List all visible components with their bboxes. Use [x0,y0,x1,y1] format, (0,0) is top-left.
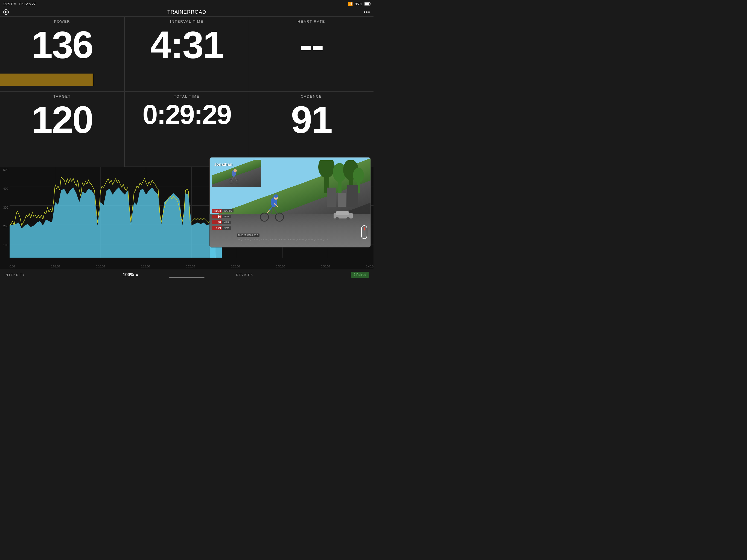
svg-point-16 [318,160,335,178]
target-value: 120 [31,101,93,139]
chart-y-labels: 500 400 300 200 100 [0,167,9,263]
wifi-icon: 📶 [348,2,353,6]
intensity-label: INTENSITY [4,273,25,276]
pause-button[interactable] [3,9,9,15]
pause-bar-left [5,11,6,14]
inset-video: Jonathan [212,160,261,187]
svg-point-38 [274,195,278,198]
x-label-35: 0:35:00 [321,265,330,268]
chevron-up-icon [136,274,138,276]
scroll-dot [364,227,365,230]
home-indicator [169,277,205,278]
video-overlay: Jonathan 1004 WATTS 36 MPH 58 KPH 179 BP… [209,157,371,248]
target-label: TARGET [53,94,71,98]
stat-mph-row: 36 MPH [212,214,233,219]
stats-overlay: 1004 WATTS 36 MPH 58 KPH 179 BPM [212,208,233,231]
car-svg [332,209,354,220]
y-label-200: 200 [0,225,9,228]
status-left: 2:39 PM Fri Sep 27 [3,2,35,6]
pause-bar-right [6,11,7,14]
stat-mph-unit: MPH [222,215,231,218]
svg-rect-23 [327,187,336,207]
metric-interval-time: INTERVAL TIME 4:31 [124,17,249,92]
stat-watts-value: 1004 [212,209,222,213]
intensity-section: INTENSITY [4,273,25,276]
svg-rect-24 [338,193,346,207]
x-label-30: 0:30:00 [276,265,285,268]
svg-rect-27 [336,211,349,215]
intensity-value-display[interactable]: 100% [123,272,138,277]
x-label-40: 0:40:0 [366,265,374,268]
total-time-value: 0:29:29 [143,101,231,128]
x-label-5: 0:05:00 [51,265,60,268]
x-labels: 0:00 0:05:00 0:10:00 0:15:00 0:20:00 0:2… [9,263,374,269]
metric-cadence: CADENCE 91 [249,92,374,167]
y-label-100: 100 [0,244,9,247]
power-bar [0,74,93,86]
more-button[interactable] [364,11,370,13]
time-display: 2:39 PM [3,2,17,6]
bottom-bar: INTENSITY 100% DEVICES 2 Paired [0,269,374,280]
power-value: 136 [31,26,93,64]
logo-road: ROAD [191,9,206,15]
mini-waveform-svg [237,235,328,242]
y-label-500: 500 [0,168,9,172]
cyclist-svg [259,187,286,223]
x-label-25: 0:25:00 [231,265,240,268]
app-logo: TRAINERROAD [168,9,206,15]
x-label-0: 0:00 [9,265,15,268]
x-label-10: 0:10:00 [96,265,105,268]
paired-badge[interactable]: 2 Paired [351,272,369,278]
power-bar-container [0,74,124,86]
inset-cyclist-svg [223,165,239,184]
stat-kph-unit: KPH [222,221,231,224]
status-bar: 2:39 PM Fri Sep 27 📶 95% [0,0,374,8]
power-bar-marker [93,74,93,86]
power-label: POWER [54,19,70,24]
buildings-svg [327,179,360,207]
status-right: 📶 95% [348,2,370,6]
interval-time-value: 4:31 [150,26,223,64]
battery-icon [364,2,370,5]
svg-point-47 [233,169,237,172]
stat-mph-value: 36 [212,215,222,219]
stat-watts-unit: WATTS [222,209,233,212]
scroll-indicator [361,225,367,239]
svg-rect-25 [347,185,358,207]
date-display: Fri Sep 27 [19,2,35,6]
dot3 [368,11,370,13]
y-label-400: 400 [0,187,9,190]
y-label-300: 300 [0,206,9,209]
intensity-percent: 100% [123,272,134,277]
stat-bpm-row: 179 BPM [212,225,233,231]
metric-heart-rate: HEART RATE -- [249,17,374,92]
logo-trainer: TRAINER [168,9,191,15]
cadence-value: 91 [291,101,332,139]
app-header: TRAINERROAD [0,8,374,17]
devices-label: DEVICES [236,273,253,276]
battery-percent: 95% [355,2,362,6]
interval-time-label: INTERVAL TIME [170,19,203,24]
dot1 [364,11,365,13]
x-label-20: 0:20:00 [186,265,195,268]
heart-rate-value: -- [300,26,323,64]
stat-watts-row: 1004 WATTS [212,208,233,213]
stat-kph-value: 58 [212,221,222,224]
rider-name: Jonathan [214,162,232,167]
battery-fill [365,3,369,5]
total-time-label: TOTAL TIME [174,94,200,98]
svg-line-45 [234,176,237,182]
stat-bpm-value: 179 [212,226,222,230]
metric-total-time: TOTAL TIME 0:29:29 [124,92,249,167]
dot2 [366,11,367,13]
metric-target: TARGET 120 [0,92,124,167]
stat-bpm-unit: BPM [222,226,231,230]
heart-rate-label: HEART RATE [298,19,325,24]
cadence-label: CADENCE [301,94,322,98]
stat-kph-row: 58 KPH [212,220,233,225]
metrics-grid: POWER 136 INTERVAL TIME 4:31 HEART RATE … [0,17,374,167]
x-label-15: 0:15:00 [141,265,150,268]
metric-power: POWER 136 [0,17,124,92]
